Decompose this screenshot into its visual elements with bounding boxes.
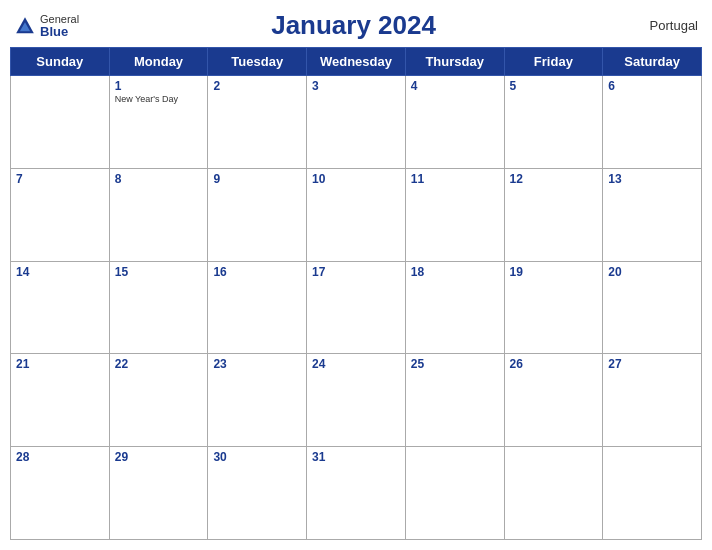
header-sunday: Sunday (11, 48, 110, 76)
date-number: 12 (510, 172, 598, 186)
date-number: 29 (115, 450, 203, 464)
date-number: 9 (213, 172, 301, 186)
logo-icon (14, 15, 36, 37)
date-number: 10 (312, 172, 400, 186)
calendar-cell: 4 (405, 76, 504, 169)
date-number: 3 (312, 79, 400, 93)
calendar-cell: 15 (109, 261, 208, 354)
calendar-week-5: 28293031 (11, 447, 702, 540)
calendar-cell: 22 (109, 354, 208, 447)
date-number: 19 (510, 265, 598, 279)
calendar-cell (11, 76, 110, 169)
date-number: 28 (16, 450, 104, 464)
date-number: 30 (213, 450, 301, 464)
calendar-cell: 14 (11, 261, 110, 354)
calendar-table: Sunday Monday Tuesday Wednesday Thursday… (10, 47, 702, 540)
calendar-cell: 6 (603, 76, 702, 169)
date-number: 11 (411, 172, 499, 186)
date-number: 5 (510, 79, 598, 93)
header-thursday: Thursday (405, 48, 504, 76)
date-number: 13 (608, 172, 696, 186)
calendar-cell: 10 (307, 168, 406, 261)
logo-blue-text: Blue (40, 25, 79, 38)
date-number: 21 (16, 357, 104, 371)
calendar-cell: 31 (307, 447, 406, 540)
date-number: 27 (608, 357, 696, 371)
calendar-cell: 25 (405, 354, 504, 447)
calendar-cell (405, 447, 504, 540)
date-number: 25 (411, 357, 499, 371)
holiday-label: New Year's Day (115, 94, 203, 104)
calendar-cell: 23 (208, 354, 307, 447)
header-wednesday: Wednesday (307, 48, 406, 76)
calendar-cell: 5 (504, 76, 603, 169)
date-number: 4 (411, 79, 499, 93)
date-number: 31 (312, 450, 400, 464)
page-header: General Blue January 2024 Portugal (10, 10, 702, 41)
calendar-cell: 9 (208, 168, 307, 261)
date-number: 22 (115, 357, 203, 371)
logo-general-text: General (40, 14, 79, 25)
date-number: 23 (213, 357, 301, 371)
date-number: 1 (115, 79, 203, 93)
calendar-cell: 27 (603, 354, 702, 447)
calendar-cell: 11 (405, 168, 504, 261)
calendar-cell: 28 (11, 447, 110, 540)
date-number: 26 (510, 357, 598, 371)
calendar-cell: 8 (109, 168, 208, 261)
calendar-cell: 13 (603, 168, 702, 261)
date-number: 14 (16, 265, 104, 279)
calendar-week-2: 78910111213 (11, 168, 702, 261)
date-number: 18 (411, 265, 499, 279)
calendar-week-1: 1New Year's Day23456 (11, 76, 702, 169)
date-number: 8 (115, 172, 203, 186)
date-number: 2 (213, 79, 301, 93)
calendar-cell (504, 447, 603, 540)
header-saturday: Saturday (603, 48, 702, 76)
calendar-cell: 12 (504, 168, 603, 261)
country-label: Portugal (628, 18, 698, 33)
date-number: 20 (608, 265, 696, 279)
calendar-cell: 18 (405, 261, 504, 354)
calendar-body: 1New Year's Day2345678910111213141516171… (11, 76, 702, 540)
date-number: 7 (16, 172, 104, 186)
calendar-cell: 1New Year's Day (109, 76, 208, 169)
date-number: 6 (608, 79, 696, 93)
calendar-cell: 21 (11, 354, 110, 447)
logo-text: General Blue (40, 14, 79, 38)
calendar-cell: 29 (109, 447, 208, 540)
calendar-cell: 7 (11, 168, 110, 261)
logo: General Blue (14, 14, 79, 38)
calendar-cell: 26 (504, 354, 603, 447)
calendar-cell: 24 (307, 354, 406, 447)
calendar-cell: 17 (307, 261, 406, 354)
calendar-cell: 3 (307, 76, 406, 169)
calendar-title: January 2024 (79, 10, 628, 41)
header-friday: Friday (504, 48, 603, 76)
calendar-cell (603, 447, 702, 540)
calendar-week-4: 21222324252627 (11, 354, 702, 447)
days-header-row: Sunday Monday Tuesday Wednesday Thursday… (11, 48, 702, 76)
header-monday: Monday (109, 48, 208, 76)
date-number: 16 (213, 265, 301, 279)
date-number: 24 (312, 357, 400, 371)
calendar-cell: 30 (208, 447, 307, 540)
calendar-week-3: 14151617181920 (11, 261, 702, 354)
header-tuesday: Tuesday (208, 48, 307, 76)
calendar-cell: 16 (208, 261, 307, 354)
date-number: 17 (312, 265, 400, 279)
calendar-cell: 20 (603, 261, 702, 354)
date-number: 15 (115, 265, 203, 279)
calendar-cell: 19 (504, 261, 603, 354)
calendar-cell: 2 (208, 76, 307, 169)
